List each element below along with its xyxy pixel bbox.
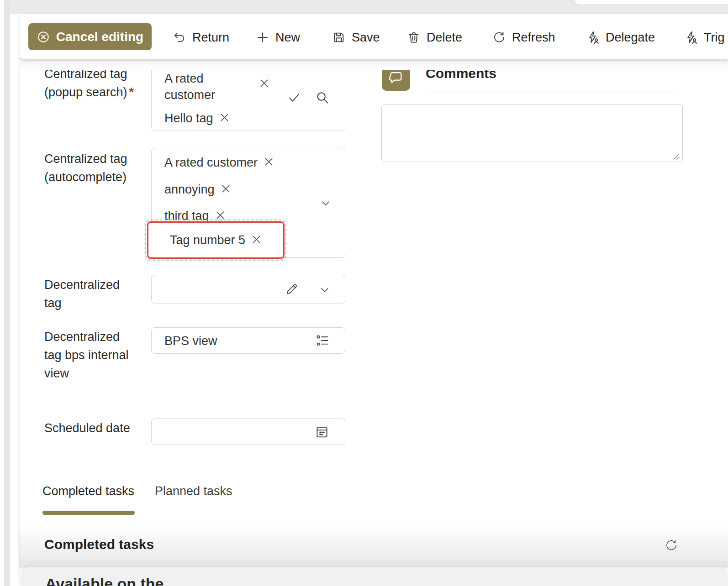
flow-person-icon <box>586 31 600 44</box>
refresh-button[interactable]: Refresh <box>492 29 555 46</box>
delegate-label: Delegate <box>606 31 655 45</box>
window-left-gutter <box>4 0 10 586</box>
completed-tasks-card: Available on the <box>21 567 728 586</box>
plus-icon <box>256 31 269 44</box>
undo-icon <box>173 31 186 44</box>
save-button[interactable]: Save <box>332 29 380 46</box>
top-search-box-fragment <box>574 0 728 5</box>
return-label: Return <box>192 31 229 45</box>
refresh-label: Refresh <box>512 31 555 45</box>
new-button[interactable]: New <box>256 29 300 46</box>
delete-label: Delete <box>427 31 462 45</box>
return-button[interactable]: Return <box>173 29 229 46</box>
cancel-editing-label: Cancel editing <box>56 30 143 44</box>
partial-bottom-text: Available on the <box>45 575 164 586</box>
command-bar: Cancel editing Return New Save Delete R <box>20 14 728 59</box>
section-title: Completed tasks <box>44 537 154 552</box>
section-refresh-icon[interactable] <box>665 539 678 552</box>
delete-button[interactable]: Delete <box>407 29 462 46</box>
new-label: New <box>275 31 300 45</box>
completed-tasks-section-header: Completed tasks <box>20 525 728 567</box>
flow-person-icon <box>684 31 698 44</box>
trash-icon <box>407 31 421 44</box>
cancel-icon <box>37 30 50 44</box>
trig-button[interactable]: Trig <box>684 29 725 46</box>
cancel-editing-button[interactable]: Cancel editing <box>28 23 152 50</box>
save-icon <box>332 31 346 44</box>
delegate-button[interactable]: Delegate <box>586 29 655 46</box>
trig-label: Trig <box>704 31 725 45</box>
refresh-icon <box>492 31 506 44</box>
section-layer: Completed tasks Available on the <box>20 58 728 586</box>
save-label: Save <box>352 31 380 45</box>
